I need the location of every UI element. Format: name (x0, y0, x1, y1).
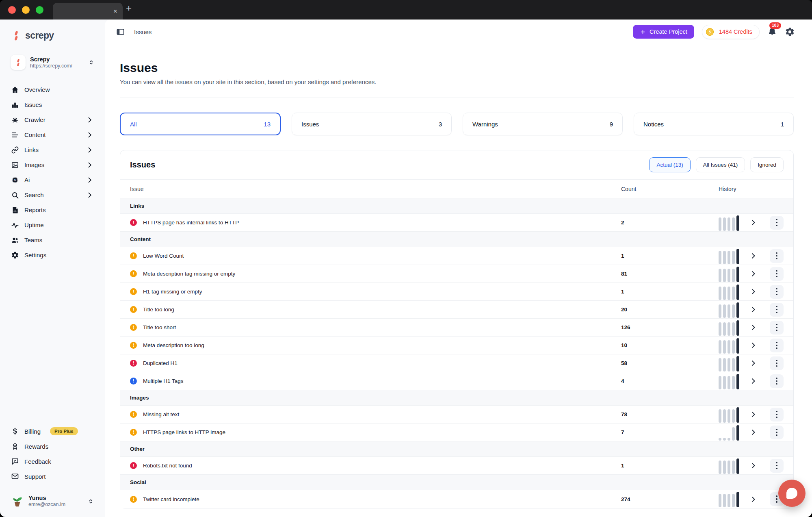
row-expand-button[interactable] (749, 377, 758, 385)
issue-label: Meta description too long (143, 342, 204, 348)
row-expand-button[interactable] (749, 269, 758, 278)
sidebar-toggle-icon[interactable] (116, 27, 125, 37)
row-expand-button[interactable] (749, 323, 758, 332)
filter-label: Issues (301, 121, 319, 128)
issue-count: 1 (621, 289, 719, 295)
tab-ignored[interactable]: Ignored (750, 157, 784, 172)
notifications-button[interactable]: 103 (767, 27, 777, 37)
new-tab-button[interactable]: + (126, 2, 132, 14)
sidebar-item-links[interactable]: Links (6, 142, 98, 157)
user-email: emre@ozcan.im (28, 502, 65, 508)
sidebar-item-settings[interactable]: Settings (6, 248, 98, 263)
window-close-button[interactable] (8, 6, 16, 14)
chevrons-updown-icon[interactable] (88, 498, 94, 504)
issue-row-multiple-h1-tags[interactable]: !Multiple H1 Tags4 (120, 372, 793, 390)
issue-row-title-too-short[interactable]: !Title too short126 (120, 319, 793, 337)
sidebar: screpy Screpy https://screpy.com/ Overvi… (0, 20, 105, 517)
issue-row-meta-description-too-long[interactable]: !Meta description too long10 (120, 337, 793, 354)
sidebar-item-overview[interactable]: Overview (6, 82, 98, 97)
credits-pill[interactable]: 1484 Credits (702, 25, 760, 39)
row-menu-button[interactable] (770, 303, 784, 317)
sidebar-item-label: Content (24, 131, 46, 138)
filter-card-all[interactable]: All13 (120, 113, 281, 135)
row-menu-button[interactable] (770, 321, 784, 335)
row-expand-button[interactable] (749, 252, 758, 260)
row-menu-button[interactable] (770, 216, 784, 230)
row-expand-button[interactable] (749, 410, 758, 419)
row-expand-button[interactable] (749, 341, 758, 350)
user-menu[interactable]: Yunus emre@ozcan.im (6, 492, 98, 510)
row-expand-button[interactable] (749, 495, 758, 504)
sidebar-item-uptime[interactable]: Uptime (6, 217, 98, 232)
sidebar-item-reports[interactable]: Reports (6, 202, 98, 217)
column-issue: Issue (130, 186, 621, 192)
issue-row-meta-description-tag-missing-or-empty[interactable]: !Meta description tag missing or empty81 (120, 265, 793, 283)
feedback-icon (11, 457, 19, 465)
window-zoom-button[interactable] (36, 6, 43, 14)
tab-actual-13[interactable]: Actual (13) (649, 157, 690, 172)
issues-tabs: Actual (13)All Issues (41)Ignored (649, 157, 784, 172)
sidebar-item-crawler[interactable]: Crawler (6, 112, 98, 127)
tab-all-issues-41[interactable]: All Issues (41) (696, 157, 745, 172)
row-menu-button[interactable] (770, 285, 784, 299)
row-expand-button[interactable] (749, 359, 758, 367)
severity-notice-icon: ! (130, 378, 137, 384)
row-menu-button[interactable] (770, 408, 784, 421)
issue-row-robots-txt-not-found[interactable]: !Robots.txt not found1 (120, 457, 793, 475)
history-sparkline (719, 337, 744, 354)
history-sparkline (719, 406, 744, 423)
project-selector[interactable]: Screpy https://screpy.com/ (6, 52, 98, 72)
history-sparkline (719, 319, 744, 336)
column-count: Count (621, 186, 719, 192)
row-menu-button[interactable] (770, 374, 784, 388)
filter-card-issues[interactable]: Issues3 (292, 113, 452, 135)
issue-row-title-too-long[interactable]: !Title too long20 (120, 301, 793, 319)
sidebar-item-content[interactable]: Content (6, 127, 98, 142)
home-icon (11, 86, 19, 94)
severity-error-icon: ! (130, 462, 137, 469)
row-expand-button[interactable] (749, 428, 758, 437)
chat-launcher-button[interactable] (778, 480, 806, 507)
svg-text:AI: AI (14, 179, 16, 181)
issue-row-missing-alt-text[interactable]: !Missing alt text78 (120, 406, 793, 424)
sidebar-item-label: Support (24, 473, 46, 480)
window-minimize-button[interactable] (22, 6, 30, 14)
row-menu-button[interactable] (770, 356, 784, 370)
severity-error-icon: ! (130, 360, 137, 367)
issue-count: 1 (621, 253, 719, 259)
issue-count: 81 (621, 271, 719, 277)
issue-row-https-page-links-to-http-image[interactable]: !HTTPS page links to HTTP image7 (120, 424, 793, 441)
row-expand-button[interactable] (749, 218, 758, 227)
row-expand-button[interactable] (749, 287, 758, 296)
history-sparkline (719, 302, 744, 318)
issue-row-low-word-count[interactable]: !Low Word Count1 (120, 247, 793, 265)
row-menu-button[interactable] (770, 459, 784, 473)
sidebar-item-images[interactable]: Images (6, 157, 98, 172)
row-menu-button[interactable] (770, 249, 784, 263)
browser-tab[interactable]: × (53, 3, 123, 20)
row-menu-button[interactable] (770, 267, 784, 281)
row-menu-button[interactable] (770, 339, 784, 352)
create-project-button[interactable]: Create Project (633, 25, 694, 39)
row-expand-button[interactable] (749, 461, 758, 470)
filter-card-notices[interactable]: Notices1 (634, 113, 794, 135)
tab-close-icon[interactable]: × (113, 8, 117, 15)
sidebar-item-issues[interactable]: Issues (6, 97, 98, 112)
sidebar-item-support[interactable]: Support (6, 469, 98, 484)
settings-gear-icon[interactable] (785, 27, 795, 37)
sidebar-item-teams[interactable]: Teams (6, 232, 98, 248)
filter-card-warnings[interactable]: Warnings9 (463, 113, 623, 135)
sidebar-item-billing[interactable]: BillingPro Plus (6, 424, 98, 439)
issue-count: 126 (621, 324, 719, 330)
sidebar-item-feedback[interactable]: Feedback (6, 454, 98, 469)
issue-row-h1-tag-missing-or-empty[interactable]: !H1 tag missing or empty1 (120, 283, 793, 301)
sidebar-item-ai[interactable]: AIAi (6, 172, 98, 187)
issue-row-duplicated-h1[interactable]: !Duplicated H158 (120, 354, 793, 372)
sidebar-item-search[interactable]: Search (6, 187, 98, 202)
row-expand-button[interactable] (749, 305, 758, 314)
issue-row-https-page-has-internal-links-to-http[interactable]: !HTTPS page has internal links to HTTP2 (120, 214, 793, 232)
chevrons-updown-icon[interactable] (88, 59, 94, 65)
sidebar-item-rewards[interactable]: Rewards (6, 439, 98, 454)
row-menu-button[interactable] (770, 426, 784, 439)
issue-row-twitter-card-incomplete[interactable]: !Twitter card incomplete274 (120, 490, 793, 508)
